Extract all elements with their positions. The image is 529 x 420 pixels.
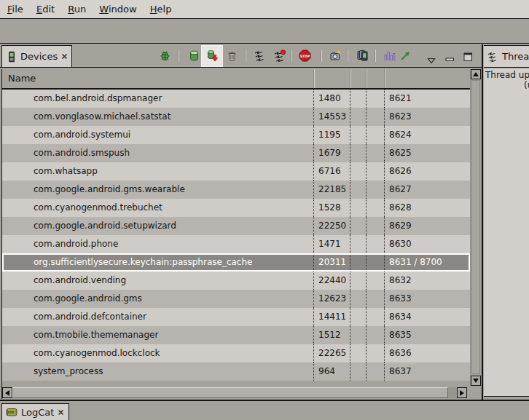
capture-system-trace-icon[interactable] (383, 49, 396, 63)
table-row[interactable]: com.google.android.gms 12623 8633 (2, 290, 470, 308)
table-row[interactable]: com.android.systemui 1195 8624 (2, 126, 470, 144)
cause-gc-icon[interactable] (226, 49, 239, 63)
column-header-blank2[interactable] (366, 69, 384, 88)
tab-logcat[interactable]: LogCat (1, 403, 69, 420)
blank-cell (350, 308, 366, 326)
tab-threads[interactable]: Threads (484, 45, 529, 67)
capture-ui-hierarchy-icon[interactable] (356, 49, 369, 63)
process-pid-cell: 12623 (313, 290, 350, 308)
process-pid-cell: 6716 (313, 162, 350, 181)
horizontal-scrollbar[interactable] (2, 387, 467, 398)
close-icon[interactable] (61, 53, 68, 60)
vertical-scrollbar-thumb[interactable] (471, 80, 480, 374)
menu-file[interactable]: File (7, 0, 23, 15)
scroll-up-button[interactable] (471, 69, 481, 79)
tab-logcat-label: LogCat (21, 407, 54, 418)
blank-cell (366, 181, 384, 199)
table-row[interactable]: com.google.android.gms.wearable 22185 86… (2, 181, 470, 199)
table-row[interactable]: com.vonglasow.michael.satstat 14553 8623 (2, 108, 470, 126)
table-row[interactable]: com.whatsapp 6716 8626 (2, 162, 470, 181)
update-heap-icon[interactable] (188, 49, 201, 63)
process-name-cell: com.android.systemui (2, 126, 313, 144)
table-row[interactable]: system_process 964 8637 (2, 362, 470, 381)
blank-cell (350, 90, 366, 108)
scroll-left-button[interactable] (2, 387, 12, 398)
table-row[interactable]: com.cyanogenmod.trebuchet 1528 8628 (2, 199, 470, 217)
process-pid-cell: 14411 (313, 308, 350, 326)
table-row[interactable]: com.android.phone 1471 8630 (2, 235, 470, 253)
process-pid-cell: 1512 (313, 326, 350, 344)
blank-cell (350, 126, 366, 144)
process-name-cell: com.whatsapp (2, 162, 313, 181)
process-name-cell: com.tmobile.thememanager (2, 326, 313, 344)
start-opengl-trace-icon[interactable] (399, 49, 412, 63)
close-icon[interactable] (58, 409, 64, 416)
blank-cell (366, 235, 384, 253)
menu-edit[interactable]: Edit (36, 0, 55, 15)
tab-devices-label: Devices (20, 51, 58, 62)
scroll-down-button[interactable] (471, 376, 481, 386)
blank-cell (366, 162, 384, 181)
scroll-right-button[interactable] (457, 387, 467, 398)
blank-cell (350, 290, 366, 308)
process-name-cell: com.google.android.gms.wearable (2, 181, 313, 199)
process-port-cell: 8629 (384, 217, 470, 235)
minimize-icon[interactable] (445, 52, 455, 66)
process-pid-cell: 14553 (313, 108, 350, 126)
stop-process-icon[interactable]: STOP (299, 49, 312, 63)
column-header-name[interactable]: Name (2, 69, 313, 88)
blank-cell (350, 362, 366, 381)
phone-icon (7, 51, 17, 63)
threads-tabbar: Threads (484, 44, 529, 68)
table-row[interactable]: com.bel.android.dspmanager 1480 8621 (2, 90, 470, 108)
start-method-profiling-icon[interactable] (273, 49, 286, 63)
menu-help[interactable]: Help (150, 0, 172, 15)
table-row[interactable]: org.sufficientlysecure.keychain:passphra… (2, 253, 470, 272)
column-header-port[interactable] (384, 69, 470, 88)
column-header-pid[interactable] (313, 69, 350, 88)
toolbar-separator (178, 49, 179, 62)
threads-icon (487, 51, 498, 63)
table-row[interactable]: com.android.vending 22440 8632 (2, 272, 470, 290)
table-row[interactable]: com.google.android.setupwizard 22250 862… (2, 217, 470, 235)
screen-capture-icon[interactable] (329, 49, 342, 63)
process-pid-cell: 20311 (313, 253, 350, 272)
logcat-icon (6, 406, 17, 418)
process-pid-cell: 22185 (313, 181, 350, 199)
process-pid-cell: 1679 (313, 144, 350, 162)
menu-window[interactable]: Window (99, 0, 136, 15)
column-header-blank1[interactable] (350, 69, 366, 88)
blank-cell (350, 144, 366, 162)
arrow-left-icon (5, 390, 9, 396)
tab-devices[interactable]: Devices (1, 45, 72, 67)
arrow-right-icon (460, 390, 464, 396)
menu-run[interactable]: Run (68, 0, 86, 15)
table-row[interactable]: com.cyanogenmod.lockclock 22265 8636 (2, 344, 470, 362)
blank-cell (366, 126, 384, 144)
arrow-down-icon (473, 379, 479, 383)
horizontal-scrollbar-thumb[interactable] (12, 387, 448, 398)
maximize-icon[interactable] (463, 51, 473, 65)
process-port-cell: 8630 (384, 235, 470, 253)
blank-cell (366, 326, 384, 344)
process-pid-cell: 1480 (313, 90, 350, 108)
menu-bar: File Edit Run Window Help (0, 0, 529, 19)
blank-cell (366, 272, 384, 290)
blank-cell (350, 344, 366, 362)
table-row[interactable]: com.android.smspush 1679 8625 (2, 144, 470, 162)
blank-cell (366, 90, 384, 108)
table-row[interactable]: com.tmobile.thememanager 1512 8635 (2, 326, 470, 344)
update-threads-icon[interactable] (254, 49, 267, 63)
panel-sash[interactable] (482, 44, 483, 400)
debug-process-icon[interactable] (159, 49, 172, 63)
device-table-rows: com.bel.android.dspmanager 1480 8621 com… (2, 90, 470, 381)
dump-hprof-icon[interactable] (206, 49, 219, 63)
view-menu-icon[interactable] (427, 53, 436, 67)
vertical-scrollbar[interactable] (470, 69, 481, 386)
process-name-cell: com.cyanogenmod.lockclock (2, 344, 313, 362)
table-row[interactable]: com.android.defcontainer 14411 8634 (2, 308, 470, 326)
blank-cell (350, 217, 366, 235)
blank-cell (366, 344, 384, 362)
toolbar-separator (245, 49, 246, 62)
process-name-cell: com.bel.android.dspmanager (2, 90, 313, 108)
